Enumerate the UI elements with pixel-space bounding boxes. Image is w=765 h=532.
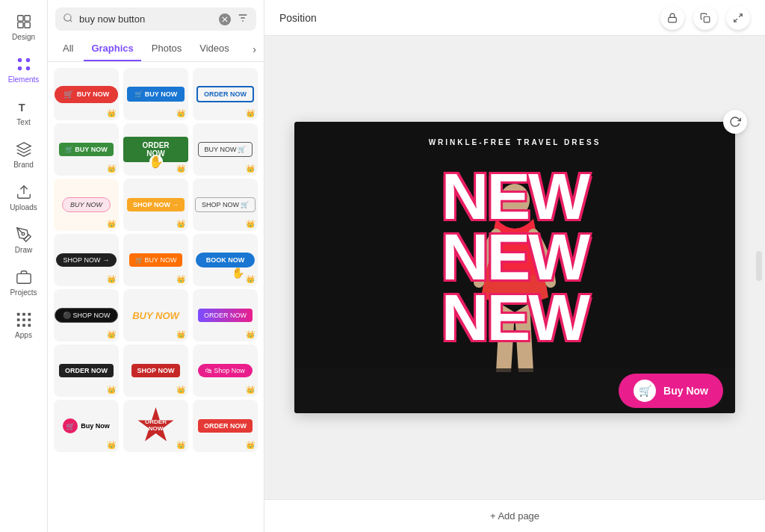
- grid-row-2: 🛒BUY NOW 👑 ORDER NOW ✋ 👑 BUY NOW🛒 👑: [54, 123, 258, 176]
- elements-panel: All Graphics Photos Videos › 🛒BUY NOW 👑 …: [48, 0, 264, 532]
- canvas-product-title: WRINKLE-FREE TRAVEL DRESS: [294, 137, 735, 149]
- svg-rect-26: [704, 16, 710, 22]
- crown-icon: 👑: [107, 275, 116, 283]
- crown-icon: 👑: [107, 109, 116, 117]
- crown-icon: 👑: [176, 275, 185, 283]
- crown-icon: 👑: [246, 386, 255, 394]
- list-item[interactable]: 🛒BUY NOW 👑: [123, 68, 188, 120]
- svg-rect-14: [28, 313, 31, 316]
- tab-photos[interactable]: Photos: [144, 37, 189, 61]
- search-input[interactable]: [79, 13, 213, 25]
- tab-graphics[interactable]: Graphics: [84, 37, 140, 61]
- sidebar-item-uploads[interactable]: Uploads: [0, 176, 48, 219]
- list-item[interactable]: ORDER NOW 👑: [193, 68, 258, 120]
- search-filter-button[interactable]: [237, 12, 249, 26]
- sidebar-item-apps-label: Apps: [15, 331, 32, 339]
- list-item[interactable]: 🛍Shop Now 👑: [193, 344, 258, 397]
- list-item[interactable]: ORDER NOW 👑: [193, 400, 258, 452]
- add-page-bar[interactable]: + Add page: [264, 499, 765, 532]
- canvas[interactable]: WRINKLE-FREE TRAVEL DRESS NEW NEW NEW: [294, 122, 735, 413]
- sidebar-item-draw-label: Draw: [15, 246, 32, 254]
- crown-icon: 👑: [246, 220, 255, 228]
- search-clear-button[interactable]: [219, 13, 231, 25]
- grid-row-7: 🛒 Buy Now 👑 ORDER NOW 👑 ORDER NOW 👑: [54, 400, 258, 452]
- svg-point-10: [22, 232, 25, 235]
- crown-icon: 👑: [246, 275, 255, 283]
- refresh-button[interactable]: [723, 110, 747, 134]
- sidebar-item-draw[interactable]: Draw: [0, 219, 48, 262]
- tabs: All Graphics Photos Videos ›: [48, 37, 264, 62]
- list-item[interactable]: 🛒 Buy Now 👑: [54, 400, 119, 452]
- position-label: Position: [279, 12, 317, 24]
- list-item[interactable]: BUY NOW 👑: [123, 289, 188, 341]
- svg-rect-20: [28, 324, 31, 327]
- sidebar-item-uploads-label: Uploads: [10, 203, 37, 211]
- sidebar-item-projects[interactable]: Projects: [0, 262, 48, 304]
- tabs-more-arrow[interactable]: ›: [253, 43, 256, 55]
- svg-rect-16: [22, 318, 25, 321]
- list-item[interactable]: SHOP NOW🛒 👑: [193, 179, 258, 231]
- list-item[interactable]: ORDER NOW 👑: [193, 289, 258, 341]
- list-item[interactable]: ORDER NOW ✋ 👑: [123, 123, 188, 176]
- top-bar-actions: [660, 6, 750, 30]
- canvas-big-text: NEW NEW NEW: [294, 167, 735, 348]
- grid-row-6: ORDER NOW 👑 SHOP NOW 👑 🛍Shop Now 👑: [54, 344, 258, 397]
- svg-rect-2: [17, 22, 22, 28]
- svg-point-4: [17, 58, 22, 63]
- grid-row-5: ⚫SHOP NOW 👑 BUY NOW 👑 ORDER NOW 👑: [54, 289, 258, 341]
- elements-grid: 🛒BUY NOW 👑 🛒BUY NOW 👑 ORDER NOW 👑 🛒BUY N…: [48, 62, 264, 532]
- list-item[interactable]: 🛒BUY NOW 👑: [54, 123, 119, 176]
- list-item[interactable]: ORDER NOW 👑: [54, 344, 119, 397]
- list-item[interactable]: BUY NOW 👑: [54, 179, 119, 231]
- tab-videos[interactable]: Videos: [192, 37, 237, 61]
- grid-row-4: SHOP NOW→ 👑 🛒BUY NOW 👑 BOOK NOW ✋ 👑: [54, 234, 258, 286]
- sidebar-item-projects-label: Projects: [10, 288, 37, 297]
- list-item[interactable]: SHOP NOW→ 👑: [54, 234, 119, 286]
- list-item[interactable]: SHOP NOW→ 👑: [123, 179, 188, 231]
- sidebar-item-brand[interactable]: Brand: [0, 134, 48, 176]
- expand-button[interactable]: [726, 6, 750, 30]
- svg-rect-15: [16, 318, 19, 321]
- sidebar-item-brand-label: Brand: [13, 161, 34, 169]
- sidebar-item-elements[interactable]: Elements: [0, 49, 48, 91]
- list-item[interactable]: SHOP NOW 👑: [123, 344, 188, 397]
- list-item[interactable]: ⚫SHOP NOW 👑: [54, 289, 119, 341]
- crown-icon: 👑: [107, 330, 116, 338]
- svg-rect-0: [17, 16, 22, 21]
- buy-now-button[interactable]: 🛒 Buy Now: [619, 374, 723, 408]
- list-item[interactable]: BOOK NOW ✋ 👑: [193, 234, 258, 286]
- top-bar: Position: [264, 0, 765, 36]
- grid-row-3: BUY NOW 👑 SHOP NOW→ 👑 SHOP NOW🛒 👑: [54, 179, 258, 231]
- list-item[interactable]: 🛒BUY NOW 👑: [54, 68, 119, 120]
- list-item[interactable]: BUY NOW🛒 👑: [193, 123, 258, 176]
- list-item[interactable]: 🛒BUY NOW 👑: [123, 234, 188, 286]
- tab-all[interactable]: All: [55, 37, 81, 61]
- search-bar: [55, 7, 256, 31]
- sidebar-item-text-label: Text: [16, 118, 30, 126]
- buy-now-icon: 🛒: [634, 380, 656, 402]
- canvas-wrapper: WRINKLE-FREE TRAVEL DRESS NEW NEW NEW: [294, 122, 735, 413]
- crown-icon: 👑: [176, 441, 185, 449]
- sidebar-item-apps[interactable]: Apps: [0, 304, 48, 347]
- svg-rect-11: [16, 273, 30, 283]
- buy-now-bar: 🛒 Buy Now: [294, 368, 735, 413]
- lock-button[interactable]: [660, 6, 684, 30]
- list-item[interactable]: ORDER NOW 👑: [123, 400, 188, 452]
- svg-point-7: [25, 66, 30, 71]
- sidebar-item-design-label: Design: [12, 33, 35, 41]
- crown-icon: 👑: [246, 164, 255, 173]
- crown-icon: 👑: [246, 109, 255, 117]
- crown-icon: 👑: [246, 441, 255, 449]
- svg-rect-13: [22, 313, 25, 316]
- svg-point-21: [64, 13, 71, 20]
- crown-icon: 👑: [176, 109, 185, 117]
- svg-rect-18: [16, 324, 19, 327]
- crown-icon: 👑: [107, 441, 116, 449]
- canvas-area: WRINKLE-FREE TRAVEL DRESS NEW NEW NEW: [264, 36, 765, 499]
- sidebar-item-design[interactable]: Design: [0, 6, 48, 49]
- crown-icon: 👑: [176, 386, 185, 394]
- copy-button[interactable]: [693, 6, 717, 30]
- main-area: Position WRINKLE-FREE TR: [264, 0, 765, 532]
- sidebar-item-text[interactable]: T Text: [0, 91, 48, 134]
- crown-icon: 👑: [107, 164, 116, 173]
